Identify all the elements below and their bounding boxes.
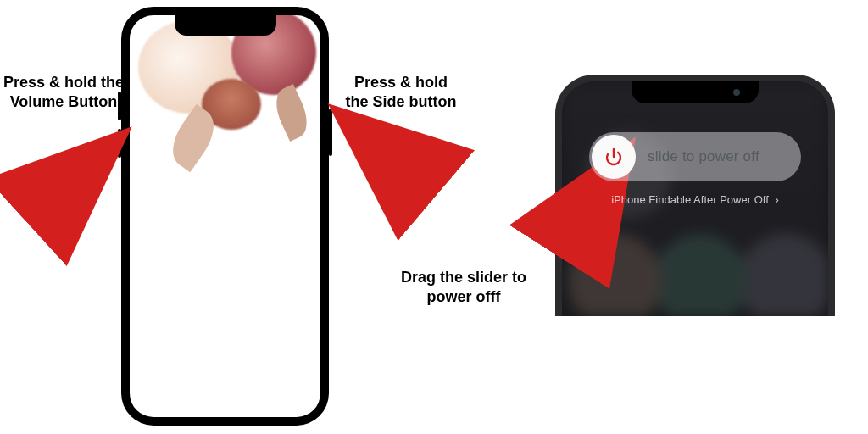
findable-after-power-off-link[interactable]: iPhone Findable After Power Off › [562,193,828,206]
iphone-front-view [121,7,329,426]
chevron-right-icon: › [775,193,778,206]
phone-screen [130,15,320,417]
notch [632,81,759,103]
power-off-slider-label: slide to power off [636,148,801,165]
arrow-to-volume-button [25,127,136,229]
findable-label: iPhone Findable After Power Off [611,193,768,206]
power-icon [604,147,624,167]
svg-line-5 [346,119,424,185]
power-off-slider-knob[interactable] [592,135,636,179]
arrow-to-side-button [331,100,441,202]
iphone-power-off-screen: slide to power off iPhone Findable After… [555,75,835,316]
power-off-slider[interactable]: slide to power off [589,132,801,181]
annotation-drag-label: Drag the slider to power offf [388,268,539,306]
annotation-volume-label: Press & hold the Volume Button [0,73,127,111]
notch [175,15,276,36]
svg-line-3 [38,142,114,212]
